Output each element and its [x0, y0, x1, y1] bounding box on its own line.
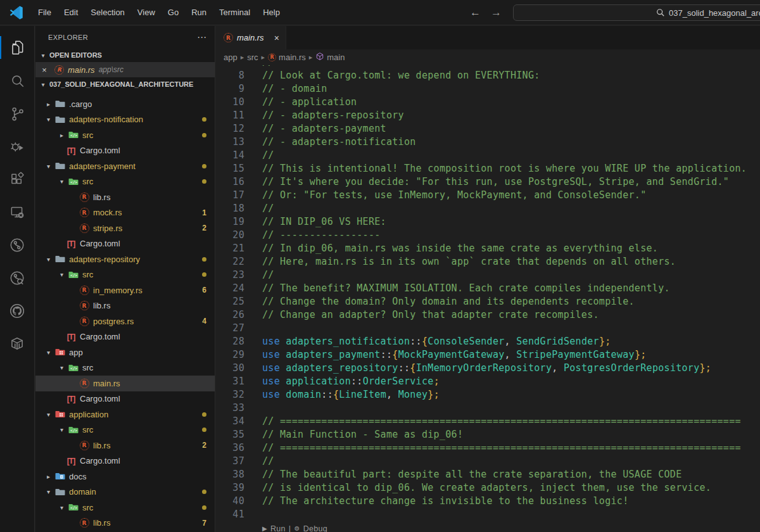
line-number[interactable]: 10: [216, 96, 244, 110]
code-line[interactable]: 27: [216, 322, 747, 336]
line-number[interactable]: 19: [216, 216, 244, 229]
code-line[interactable]: 12// - adapters-payment: [216, 123, 747, 136]
code-line[interactable]: 22// Here, main.rs is in its own `app` c…: [216, 256, 747, 269]
code-line[interactable]: 25// Change the domain? Only domain and …: [216, 296, 747, 309]
tree-item-lib-rs[interactable]: Rlib.rs: [35, 189, 215, 205]
menu-selection[interactable]: Selection: [84, 4, 130, 20]
activity-commit-search-icon[interactable]: [0, 262, 35, 294]
activity-extensions-icon[interactable]: [0, 163, 35, 196]
code-editor[interactable]: 7//8// Look at Cargo.toml: we depend on …: [216, 65, 760, 532]
codelens-debug-link[interactable]: Debug: [303, 524, 327, 532]
line-number[interactable]: 11: [216, 110, 244, 123]
activity-containers-icon[interactable]: [0, 327, 35, 360]
tree-item-docs[interactable]: ▸docs: [35, 469, 215, 484]
line-number[interactable]: 27: [216, 322, 244, 336]
menu-terminal[interactable]: Terminal: [213, 4, 256, 20]
code-line[interactable]: 7//: [216, 65, 747, 70]
tree-item--cargo[interactable]: ▸.cargo: [35, 96, 215, 112]
line-number[interactable]: 16: [216, 176, 244, 189]
line-number[interactable]: 32: [216, 389, 244, 402]
code-line[interactable]: 9// - domain: [216, 83, 747, 96]
tree-item-lib-rs[interactable]: Rlib.rs2: [35, 438, 215, 453]
breadcrumb-item-main-rs[interactable]: Rmain.rs: [268, 53, 306, 62]
code-line[interactable]: 8// Look at Cargo.toml: we depend on EVE…: [216, 70, 747, 83]
menu-help[interactable]: Help: [256, 4, 286, 20]
code-line[interactable]: 29use adapters_payment::{MockPaymentGate…: [216, 349, 747, 362]
tree-item-adapters-repository[interactable]: ▾adapters-repository: [35, 251, 215, 267]
code-line[interactable]: 32use domain::{LineItem, Money};: [216, 389, 747, 402]
line-number[interactable]: 37: [216, 455, 244, 469]
code-line[interactable]: 30use adapters_repository::{InMemoryOrde…: [216, 362, 747, 376]
back-arrow-icon[interactable]: ←: [470, 6, 481, 19]
code-line[interactable]: 36// ===================================…: [216, 442, 747, 455]
tree-item-src[interactable]: ▾</>src: [35, 360, 215, 376]
code-line[interactable]: 38// The beautiful part: despite all the…: [216, 469, 747, 482]
tree-item-adapters-payment[interactable]: ▾adapters-payment: [35, 158, 215, 174]
line-number[interactable]: 39: [216, 482, 244, 495]
code-line[interactable]: 18//: [216, 203, 747, 216]
tree-item-cargo-toml[interactable]: [T]Cargo.toml: [35, 453, 215, 469]
activity-search-icon[interactable]: [0, 64, 35, 97]
code-line[interactable]: 37//: [216, 455, 747, 469]
tree-item-lib-rs[interactable]: Rlib.rs7: [35, 516, 215, 531]
line-number[interactable]: 34: [216, 415, 244, 429]
activity-explorer-icon[interactable]: [0, 31, 35, 64]
code-line[interactable]: 23//: [216, 269, 747, 282]
tree-item-stripe-rs[interactable]: Rstripe.rs2: [35, 220, 215, 236]
code-line[interactable]: 21// In dip_06, main.rs was inside the s…: [216, 243, 747, 256]
menu-file[interactable]: File: [32, 4, 58, 20]
line-number[interactable]: 7: [216, 65, 244, 70]
line-number[interactable]: 26: [216, 309, 244, 322]
breadcrumb-item-app[interactable]: app: [224, 53, 238, 62]
tree-item-src[interactable]: ▾</>src: [35, 174, 215, 190]
line-number[interactable]: 17: [216, 189, 244, 203]
line-number[interactable]: 31: [216, 376, 244, 389]
code-line[interactable]: 10// - application: [216, 96, 747, 110]
tree-item-main-rs[interactable]: Rmain.rs: [35, 376, 215, 391]
code-line[interactable]: 17// Or: "For tests, use InMemory, MockP…: [216, 189, 747, 203]
breadcrumb-item-main[interactable]: main: [315, 52, 345, 63]
code-line[interactable]: 24// The benefit? MAXIMUM ISOLATION. Eac…: [216, 282, 747, 296]
code-line[interactable]: 14//: [216, 149, 747, 163]
tree-item-cargo-toml[interactable]: [T]Cargo.toml: [35, 143, 215, 159]
line-number[interactable]: 28: [216, 336, 244, 349]
menu-run[interactable]: Run: [185, 4, 213, 20]
activity-commit-graph-icon[interactable]: [0, 229, 35, 262]
tree-item-domain[interactable]: ▾domain: [35, 484, 215, 500]
forward-arrow-icon[interactable]: →: [491, 6, 502, 19]
activity-github-icon[interactable]: [0, 294, 35, 327]
tree-item-adapters-notification[interactable]: ▾adapters-notification: [35, 112, 215, 128]
activity-run-debug-icon[interactable]: [0, 130, 35, 163]
line-number[interactable]: 18: [216, 203, 244, 216]
line-number[interactable]: 9: [216, 83, 244, 96]
code-line[interactable]: 13// - adapters-notification: [216, 136, 747, 149]
line-number[interactable]: 8: [216, 70, 244, 83]
menu-edit[interactable]: Edit: [58, 4, 84, 20]
code-line[interactable]: 35// Main Function - Same as dip_06!: [216, 429, 747, 442]
code-line[interactable]: 16// It's where you decide: "For this ru…: [216, 176, 747, 189]
menu-view[interactable]: View: [131, 4, 162, 20]
tab-close-icon[interactable]: ×: [274, 33, 279, 43]
code-line[interactable]: 20// -----------------: [216, 229, 747, 243]
line-number[interactable]: 40: [216, 495, 244, 509]
line-number[interactable]: 21: [216, 243, 244, 256]
line-number[interactable]: 23: [216, 269, 244, 282]
line-number[interactable]: 20: [216, 229, 244, 243]
activity-source-control-icon[interactable]: [0, 97, 35, 130]
breadcrumb-item-src[interactable]: src: [247, 53, 258, 62]
line-number[interactable]: 22: [216, 256, 244, 269]
codelens-run-link[interactable]: Run: [270, 524, 286, 532]
code-line[interactable]: 39// is identical to dip_06. We create a…: [216, 482, 747, 495]
open-editors-header[interactable]: ▾ OPEN EDITORS: [35, 48, 215, 62]
code-line[interactable]: 15// This is intentional! The compositio…: [216, 163, 747, 176]
code-line[interactable]: 41: [216, 509, 747, 522]
code-line[interactable]: 19// IN DIP_06 VS HERE:: [216, 216, 747, 229]
tree-item-mock-rs[interactable]: Rmock.rs1: [35, 205, 215, 221]
more-actions-icon[interactable]: ⋯: [197, 32, 207, 43]
tree-item-src[interactable]: ▾</>src: [35, 422, 215, 438]
tree-item-application[interactable]: ▾application: [35, 407, 215, 422]
code-line[interactable]: 34// ===================================…: [216, 415, 747, 429]
tree-item-lib-rs[interactable]: Rlib.rs: [35, 298, 215, 314]
line-number[interactable]: 12: [216, 123, 244, 136]
line-number[interactable]: 13: [216, 136, 244, 149]
